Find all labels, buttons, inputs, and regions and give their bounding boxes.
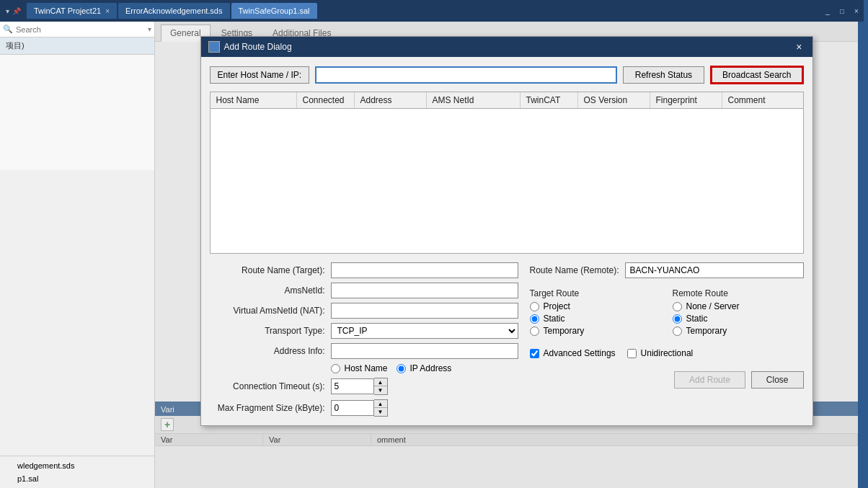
form-left: Route Name (Target): AmsNetId: Virtual A…	[210, 262, 518, 417]
connection-timeout-down[interactable]: ▼	[374, 386, 387, 394]
remote-temporary-radio[interactable]	[673, 327, 682, 336]
col-twincat: TwinCAT	[521, 92, 578, 108]
title-bar-pin[interactable]: 📌	[12, 7, 21, 15]
tab-project[interactable]: TwinCAT Project21 ×	[27, 3, 117, 19]
route-name-target-row: Route Name (Target):	[210, 262, 518, 278]
minimize-button[interactable]: _	[822, 5, 833, 17]
results-table-header: Host Name Connected Address AMS NetId	[211, 92, 803, 109]
remote-route-group: Remote Route None / Server Static	[673, 288, 804, 338]
col-osversion: OS Version	[578, 92, 650, 108]
route-name-remote-input[interactable]	[625, 262, 804, 278]
ip-address-radio-label[interactable]: IP Address	[397, 363, 452, 373]
broadcast-search-button[interactable]: Broadcast Search	[710, 66, 803, 84]
connection-timeout-input[interactable]	[331, 378, 374, 394]
target-route-title: Target Route	[530, 288, 661, 298]
close-dialog-button[interactable]: Close	[751, 371, 804, 389]
col-comment: Comment	[722, 92, 803, 108]
dialog-action-buttons: Add Route Close	[530, 371, 804, 389]
add-route-dialog: Add Route Dialog × Enter Host Name / IP:	[200, 36, 813, 426]
target-temporary-radio[interactable]	[530, 327, 539, 336]
results-table-body[interactable]	[211, 109, 803, 253]
dialog-title-text: Add Route Dialog	[224, 42, 292, 52]
transport-type-select[interactable]: TCP_IP UDP Serial	[331, 323, 518, 339]
max-fragment-up[interactable]: ▲	[374, 400, 387, 408]
remote-temporary-option[interactable]: Temporary	[673, 326, 804, 336]
dialog-title-icon	[208, 41, 220, 53]
title-bar: ▾ 📌 TwinCAT Project21 × ErrorAcknowledge…	[0, 0, 868, 22]
host-label-box: Enter Host Name / IP:	[210, 66, 310, 84]
dialog-overlay: Add Route Dialog × Enter Host Name / IP:	[155, 22, 858, 488]
host-name-radio-label[interactable]: Host Name	[331, 363, 388, 373]
sidebar-search-bar: 🔍 ▾	[0, 22, 154, 37]
col-address: Address	[355, 92, 427, 108]
route-name-target-input[interactable]	[331, 262, 518, 278]
route-section: Target Route Project Static	[530, 288, 804, 338]
ip-address-radio[interactable]	[397, 364, 406, 373]
target-project-radio[interactable]	[530, 302, 539, 311]
dialog-close-button[interactable]: ×	[793, 41, 805, 53]
max-fragment-label: Max Fragment Size (kByte):	[210, 403, 325, 413]
connection-timeout-spinner: ▲ ▼	[331, 378, 518, 395]
target-temporary-option[interactable]: Temporary	[530, 326, 661, 336]
col-hostname: Host Name	[211, 92, 297, 108]
tab-error[interactable]: ErrorAcknowledgement.sds	[118, 3, 230, 19]
ams-netid-row: AmsNetId:	[210, 283, 518, 298]
tab-error-label: ErrorAcknowledgement.sds	[125, 6, 223, 15]
host-name-input[interactable]	[315, 66, 617, 84]
refresh-status-button[interactable]: Refresh Status	[623, 66, 704, 84]
host-label-text: Enter Host Name / IP:	[218, 70, 302, 80]
unidirectional-label[interactable]: Unidirectional	[627, 348, 694, 358]
form-section: Route Name (Target): AmsNetId: Virtual A…	[210, 262, 804, 417]
sidebar-search-input[interactable]	[16, 25, 148, 34]
connection-timeout-spinbuttons: ▲ ▼	[374, 378, 388, 395]
col-fingerprint: Fingerprint	[650, 92, 722, 108]
route-name-remote-row: Route Name (Remote):	[530, 262, 804, 278]
connection-timeout-row: Connection Timeout (s): ▲ ▼	[210, 378, 518, 395]
remote-static-option[interactable]: Static	[673, 314, 804, 324]
dialog-titlebar: Add Route Dialog ×	[201, 37, 812, 57]
max-fragment-spinbuttons: ▲ ▼	[374, 399, 388, 417]
address-type-options: Host Name IP Address	[331, 363, 452, 373]
max-fragment-down[interactable]: ▼	[374, 408, 387, 416]
max-fragment-input[interactable]	[331, 400, 374, 416]
advanced-settings-checkbox[interactable]	[530, 349, 539, 358]
sidebar-item-acknowledgement[interactable]: wledgement.sds	[6, 459, 149, 472]
remote-none-server-option[interactable]: None / Server	[673, 301, 804, 311]
connection-timeout-up[interactable]: ▲	[374, 378, 387, 386]
project-header: 项目)	[0, 37, 154, 55]
maximize-button[interactable]: □	[836, 5, 848, 17]
advanced-settings-label[interactable]: Advanced Settings	[530, 348, 616, 358]
results-table: Host Name Connected Address AMS NetId	[210, 92, 804, 254]
address-info-row: Address Info:	[210, 343, 518, 359]
close-window-button[interactable]: ×	[851, 5, 862, 17]
sidebar-item-sal[interactable]: p1.sal	[6, 472, 149, 485]
tab-project-close[interactable]: ×	[105, 7, 110, 15]
tab-twin[interactable]: TwinSafeGroup1.sal	[231, 3, 317, 19]
sidebar-resize-handle[interactable]	[864, 0, 868, 488]
target-static-radio[interactable]	[530, 314, 539, 324]
address-info-input[interactable]	[331, 343, 518, 359]
dialog-body: Enter Host Name / IP: Refresh Status Bro…	[201, 57, 812, 425]
virtual-ams-row: Virtual AmsNetId (NAT):	[210, 303, 518, 319]
route-name-target-label: Route Name (Target):	[210, 265, 325, 275]
form-right: Route Name (Remote): Target Route	[530, 262, 804, 417]
unidirectional-checkbox[interactable]	[627, 349, 637, 358]
ams-netid-label: AmsNetId:	[210, 285, 325, 296]
ams-netid-input[interactable]	[331, 283, 518, 298]
remote-none-radio[interactable]	[673, 302, 682, 311]
remote-static-radio[interactable]	[673, 314, 682, 324]
target-project-option[interactable]: Project	[530, 301, 661, 311]
search-icon: 🔍	[3, 25, 13, 34]
virtual-ams-input[interactable]	[331, 303, 518, 319]
connection-timeout-label: Connection Timeout (s):	[210, 381, 325, 391]
host-name-radio[interactable]	[331, 364, 340, 373]
search-dropdown-icon[interactable]: ▾	[148, 25, 151, 33]
settings-checkboxes-row: Advanced Settings Unidirectional	[530, 348, 804, 358]
main-content: 🔍 ▾ 项目) wledgement.sds p1.sal	[0, 22, 868, 488]
target-static-option[interactable]: Static	[530, 314, 661, 324]
pin-icon[interactable]: ▾	[6, 7, 9, 15]
col-connected: Connected	[297, 92, 355, 108]
max-fragment-row: Max Fragment Size (kByte): ▲ ▼	[210, 399, 518, 417]
col-amsnetid: AMS NetId	[427, 92, 521, 108]
add-route-button[interactable]: Add Route	[674, 371, 745, 389]
